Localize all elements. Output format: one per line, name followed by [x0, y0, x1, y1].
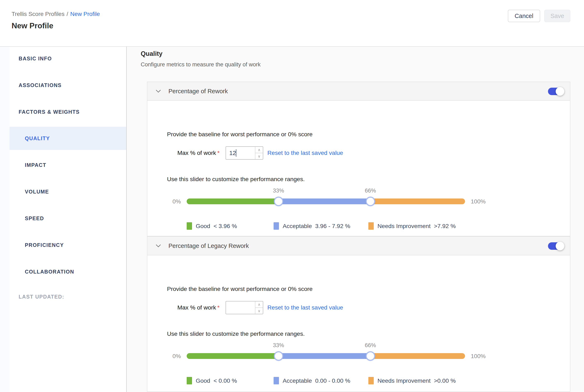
reset-link[interactable]: Reset to the last saved value	[267, 150, 343, 156]
toggle-knob	[556, 242, 564, 250]
slider-segment-good	[187, 353, 278, 359]
max-percent-value: 12	[226, 147, 255, 159]
legend-range: 3.96 - 7.92 %	[315, 223, 350, 230]
sidebar-item-volume[interactable]: VOLUME	[10, 180, 126, 203]
reset-link[interactable]: Reset to the last saved value	[267, 304, 343, 311]
legend-item-good: Good < 0.00 %	[187, 377, 237, 384]
breadcrumb-root[interactable]: Trellis Score Profiles	[12, 11, 65, 17]
slider-segment-acceptable	[278, 198, 370, 204]
sidebar-last-updated-label: LAST UPDATED:	[19, 294, 64, 300]
legend-name: Acceptable	[283, 377, 312, 384]
slider-handle-1[interactable]	[274, 351, 283, 361]
page-title: New Profile	[12, 22, 53, 30]
required-asterisk: *	[217, 150, 220, 156]
needs-improvement-swatch	[368, 222, 374, 230]
spinner-down-button[interactable]: ∨	[255, 153, 263, 159]
number-spinner: ∧ ∨	[255, 147, 263, 159]
slider-segment-needs-improvement	[370, 198, 465, 204]
slider-max-label: 100%	[471, 353, 486, 360]
slider-track[interactable]	[187, 353, 465, 359]
performance-range-slider: 33% 66% 0% 100%	[187, 188, 465, 218]
legend-name: Good	[196, 223, 210, 230]
spinner-up-button[interactable]: ∧	[255, 302, 263, 308]
breadcrumb-separator: /	[67, 11, 68, 17]
slider-min-label: 0%	[173, 198, 181, 205]
legend-item-needs-improvement: Needs Improvement >0.00 %	[368, 377, 456, 384]
sidebar-item-proficiency[interactable]: PROFICIENCY	[10, 234, 126, 256]
sidebar-item-impact[interactable]: IMPACT	[10, 154, 126, 176]
legend-item-needs-improvement: Needs Improvement >7.92 %	[368, 222, 456, 230]
sidebar-item-label: VOLUME	[25, 189, 49, 195]
sidebar-item-label: COLLABORATION	[25, 269, 74, 275]
sidebar-item-label: QUALITY	[25, 136, 50, 142]
metric-card-header[interactable]: Percentage of Legacy Rework	[147, 237, 570, 255]
sidebar-last-updated: LAST UPDATED:	[10, 285, 126, 308]
sidebar-item-label: ASSOCIATIONS	[19, 82, 62, 88]
legend-item-good: Good < 3.96 %	[187, 222, 237, 230]
chevron-down-icon[interactable]	[156, 244, 161, 248]
max-percent-input[interactable]: 12 ∧ ∨	[226, 146, 263, 160]
sidebar-item-speed[interactable]: SPEED	[10, 207, 126, 230]
slider-max-label: 100%	[471, 198, 486, 205]
legend-range: >7.92 %	[434, 223, 456, 230]
good-swatch	[187, 377, 192, 384]
slider-min-label: 0%	[173, 353, 181, 360]
cancel-button[interactable]: Cancel	[508, 10, 540, 22]
header-actions: Cancel Save	[508, 10, 570, 22]
slider-track[interactable]	[187, 198, 465, 204]
spinner-down-button[interactable]: ∨	[255, 308, 263, 314]
legend-range: 0.00 - 0.00 %	[315, 377, 350, 384]
legend-name: Needs Improvement	[378, 377, 431, 384]
metric-enabled-toggle[interactable]	[548, 242, 564, 250]
spinner-up-button[interactable]: ∧	[255, 147, 263, 153]
slider-tick-66: 66%	[365, 342, 376, 348]
good-swatch	[187, 222, 192, 230]
sidebar-item-associations[interactable]: ASSOCIATIONS	[10, 74, 126, 97]
sidebar: BASIC INFO ASSOCIATIONS FACTORS & WEIGHT…	[10, 47, 127, 392]
baseline-instruction: Provide the baseline for worst performan…	[167, 131, 313, 138]
needs-improvement-swatch	[368, 377, 374, 384]
toggle-knob	[556, 87, 564, 96]
sidebar-item-basic-info[interactable]: BASIC INFO	[10, 47, 126, 70]
sidebar-item-quality[interactable]: QUALITY	[10, 127, 126, 150]
legend-range: < 3.96 %	[214, 223, 237, 230]
slider-handle-2[interactable]	[366, 196, 375, 206]
legend-item-acceptable: Acceptable 0.00 - 0.00 %	[273, 377, 350, 384]
metric-enabled-toggle[interactable]	[548, 88, 564, 95]
slider-tick-33: 33%	[273, 188, 284, 194]
max-percent-label: Max % of work*	[177, 150, 220, 156]
metric-card-rework: Percentage of Rework Provide the baselin…	[147, 82, 570, 236]
slider-tick-33: 33%	[273, 342, 284, 348]
legend-item-acceptable: Acceptable 3.96 - 7.92 %	[273, 222, 350, 230]
required-asterisk: *	[217, 304, 220, 311]
sidebar-item-label: IMPACT	[25, 162, 46, 168]
slider-segment-good	[187, 198, 278, 204]
legend-range: >0.00 %	[434, 377, 456, 384]
baseline-instruction: Provide the baseline for worst performan…	[167, 286, 313, 292]
chevron-down-icon[interactable]	[156, 90, 161, 93]
breadcrumb: Trellis Score Profiles/New Profile	[12, 11, 100, 17]
top-header: Trellis Score Profiles/New Profile New P…	[0, 0, 584, 47]
sidebar-item-collaboration[interactable]: COLLABORATION	[10, 260, 126, 283]
acceptable-swatch	[273, 377, 279, 384]
max-percent-input[interactable]: ∧ ∨	[226, 301, 263, 314]
left-strip	[0, 47, 10, 392]
legend-name: Good	[196, 377, 210, 384]
sidebar-item-factors-weights[interactable]: FACTORS & WEIGHTS	[10, 100, 126, 124]
text-caret	[236, 149, 236, 157]
field-label-text: Max % of work	[177, 304, 216, 311]
save-button[interactable]: Save	[544, 10, 570, 22]
legend-range: < 0.00 %	[214, 377, 237, 384]
performance-legend: Good < 0.00 % Acceptable 0.00 - 0.00 % N…	[187, 377, 530, 386]
slider-caption: Use this slider to customize the perform…	[167, 330, 305, 337]
max-percent-label: Max % of work*	[177, 304, 220, 311]
max-percent-value	[226, 302, 255, 314]
slider-handle-1[interactable]	[274, 196, 283, 206]
performance-legend: Good < 3.96 % Acceptable 3.96 - 7.92 % N…	[187, 222, 530, 231]
breadcrumb-current: New Profile	[70, 11, 100, 17]
acceptable-swatch	[273, 222, 279, 230]
legend-name: Acceptable	[283, 223, 312, 230]
metric-card-header[interactable]: Percentage of Rework	[147, 82, 570, 101]
slider-handle-2[interactable]	[366, 351, 375, 361]
sidebar-item-label: BASIC INFO	[19, 56, 52, 62]
